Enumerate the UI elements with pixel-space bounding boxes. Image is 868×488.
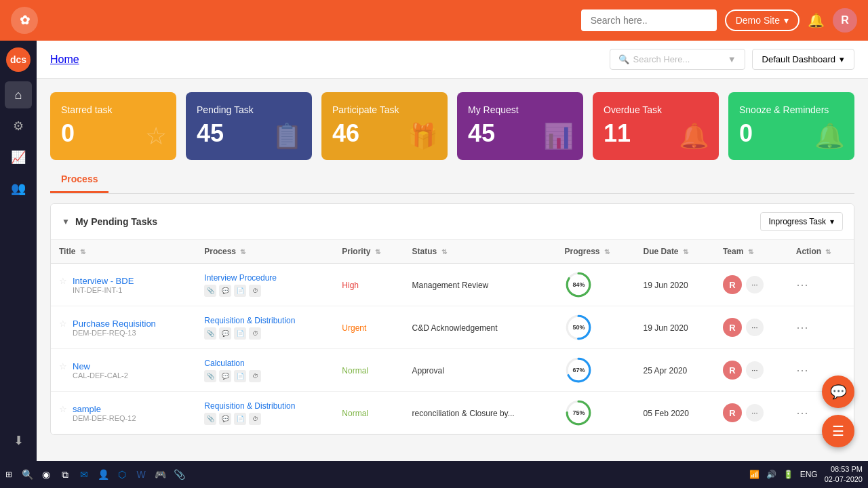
sidebar-item-settings[interactable]: ⚙ bbox=[5, 113, 32, 140]
col-action[interactable]: Action ⇅ bbox=[788, 240, 854, 264]
team-more-button[interactable]: ··· bbox=[746, 276, 764, 293]
sidebar-item-download[interactable]: ⬇ bbox=[5, 427, 32, 454]
taskbar-app3-icon[interactable]: 📎 bbox=[170, 465, 189, 484]
process-name[interactable]: Interview Procedure bbox=[204, 273, 326, 283]
team-avatar[interactable]: R bbox=[723, 403, 742, 422]
user-avatar[interactable]: R bbox=[833, 8, 857, 33]
process-name[interactable]: Requisition & Distribution bbox=[204, 316, 326, 325]
breadcrumb-home[interactable]: Home bbox=[50, 54, 79, 66]
due-date-label: 19 Jun 2020 bbox=[644, 323, 688, 333]
network-icon: 📶 bbox=[749, 470, 760, 479]
chevron-down-icon: ▾ bbox=[784, 15, 789, 26]
star-icon[interactable]: ☆ bbox=[59, 404, 67, 414]
comment-icon[interactable]: 💬 bbox=[219, 327, 231, 340]
taskbar-teams-icon[interactable]: 👤 bbox=[94, 465, 113, 484]
card-participate[interactable]: Participate Task 46 🎁 bbox=[321, 92, 448, 160]
comment-icon[interactable]: 💬 bbox=[219, 413, 231, 425]
sub-search-box[interactable]: 🔍 Search Here... ▼ bbox=[610, 49, 745, 70]
comment-icon[interactable]: 💬 bbox=[219, 370, 231, 382]
process-tabs: Process bbox=[50, 167, 854, 194]
pending-tasks-table-section: ▼ My Pending Tasks Inprogress Task ▾ Tit… bbox=[50, 203, 854, 435]
col-process[interactable]: Process ⇅ bbox=[196, 240, 334, 264]
default-dashboard-button[interactable]: Default Dashboard ▾ bbox=[752, 49, 854, 70]
process-section: Process ▼ My Pending Tasks Inprogress Ta… bbox=[37, 167, 868, 435]
team-more-button[interactable]: ··· bbox=[746, 319, 764, 336]
action-more-button[interactable]: ⋯ bbox=[796, 278, 808, 291]
due-date-label: 05 Feb 2020 bbox=[644, 409, 689, 418]
taskbar-task-view-icon[interactable]: ⧉ bbox=[56, 465, 75, 484]
chat-fab-button[interactable]: 💬 bbox=[822, 375, 854, 408]
col-progress[interactable]: Progress ⇅ bbox=[556, 240, 635, 264]
clock-icon[interactable]: ⏱ bbox=[249, 370, 261, 382]
task-title[interactable]: New bbox=[73, 361, 128, 371]
col-priority[interactable]: Priority ⇅ bbox=[334, 240, 403, 264]
task-title[interactable]: Interview - BDE bbox=[73, 276, 134, 286]
taskbar-cortana-icon[interactable]: ◉ bbox=[37, 465, 56, 484]
action-more-button[interactable]: ⋯ bbox=[796, 321, 808, 334]
cell-priority: Normal bbox=[334, 392, 403, 434]
taskbar-app2-icon[interactable]: 🎮 bbox=[151, 465, 170, 484]
sidebar-item-home[interactable]: ⌂ bbox=[5, 81, 32, 108]
process-name[interactable]: Calculation bbox=[204, 359, 326, 368]
col-title[interactable]: Title ⇅ bbox=[51, 240, 196, 264]
comment-icon[interactable]: 💬 bbox=[219, 285, 231, 297]
tab-process[interactable]: Process bbox=[50, 167, 108, 193]
cell-team: R ··· bbox=[715, 349, 788, 392]
taskbar-outlook-icon[interactable]: ✉ bbox=[75, 465, 94, 484]
attachment-icon[interactable]: 📎 bbox=[204, 413, 216, 425]
team-more-button[interactable]: ··· bbox=[746, 404, 764, 422]
card-snooze[interactable]: Snooze & Reminders 0 🔔 bbox=[728, 92, 854, 160]
attachment-icon[interactable]: 📎 bbox=[204, 327, 216, 340]
card-overdue[interactable]: Overdue Task 11 🔔 bbox=[593, 92, 719, 160]
star-icon[interactable]: ☆ bbox=[59, 276, 67, 286]
team-avatar[interactable]: R bbox=[723, 275, 742, 294]
cell-process: Requisition & Distribution 📎 💬 📄 ⏱ bbox=[196, 392, 334, 434]
team-avatar[interactable]: R bbox=[723, 318, 742, 337]
attachment-icon[interactable]: 📎 bbox=[204, 285, 216, 297]
taskbar-search-icon[interactable]: 🔍 bbox=[18, 465, 37, 484]
team-cell: R ··· bbox=[723, 318, 780, 337]
status-text: Approval bbox=[412, 366, 444, 375]
team-avatar[interactable]: R bbox=[723, 361, 742, 380]
star-icon[interactable]: ☆ bbox=[59, 319, 67, 329]
action-more-button[interactable]: ⋯ bbox=[796, 363, 808, 377]
clock-icon[interactable]: ⏱ bbox=[249, 285, 261, 297]
team-more-button[interactable]: ··· bbox=[746, 361, 764, 379]
task-title[interactable]: Purchase Requisition bbox=[73, 319, 156, 329]
action-more-button[interactable]: ⋯ bbox=[796, 406, 808, 420]
attachment-icon[interactable]: 📎 bbox=[204, 370, 216, 382]
doc-icon[interactable]: 📄 bbox=[234, 285, 246, 297]
doc-icon[interactable]: 📄 bbox=[234, 370, 246, 382]
card-starred[interactable]: Starred task 0 ☆ bbox=[50, 92, 176, 160]
taskbar-edge-icon[interactable]: ⬡ bbox=[113, 465, 132, 484]
sort-icon: ⇅ bbox=[683, 248, 688, 256]
col-due-date[interactable]: Due Date ⇅ bbox=[635, 240, 715, 264]
task-title[interactable]: sample bbox=[73, 404, 136, 414]
start-button[interactable]: ⊞ bbox=[5, 470, 12, 479]
taskbar-word-icon[interactable]: W bbox=[132, 465, 151, 484]
sidebar-item-analytics[interactable]: 📈 bbox=[5, 144, 32, 171]
col-team[interactable]: Team ⇅ bbox=[715, 240, 788, 264]
inprogress-filter-button[interactable]: Inprogress Task ▾ bbox=[760, 212, 844, 231]
demo-site-button[interactable]: Demo Site ▾ bbox=[725, 9, 800, 31]
card-myrequest[interactable]: My Request 45 📊 bbox=[457, 92, 583, 160]
progress-circle: 75% bbox=[564, 399, 593, 427]
star-icon[interactable]: ☆ bbox=[59, 361, 67, 371]
main-layout: dcs ⌂ ⚙ 📈 👥 ⬇ Home 🔍 Search Here... ▼ De… bbox=[0, 41, 868, 461]
filter-icon: ▼ bbox=[728, 54, 736, 64]
priority-label: High bbox=[342, 281, 359, 290]
sort-icon: ⇅ bbox=[240, 248, 245, 256]
clock-icon[interactable]: ⏱ bbox=[249, 327, 261, 340]
card-pending[interactable]: Pending Task 45 📋 bbox=[186, 92, 312, 160]
doc-icon[interactable]: 📄 bbox=[234, 413, 246, 425]
process-name[interactable]: Requisition & Distribution bbox=[204, 401, 326, 411]
sub-header-right: 🔍 Search Here... ▼ Default Dashboard ▾ bbox=[610, 49, 854, 70]
top-search-input[interactable] bbox=[581, 9, 717, 31]
notifications-bell-icon[interactable]: 🔔 bbox=[808, 12, 825, 28]
menu-fab-button[interactable]: ☰ bbox=[822, 415, 854, 447]
col-status[interactable]: Status ⇅ bbox=[404, 240, 557, 264]
sidebar-item-users[interactable]: 👥 bbox=[5, 175, 32, 202]
doc-icon[interactable]: 📄 bbox=[234, 327, 246, 340]
collapse-icon[interactable]: ▼ bbox=[62, 217, 70, 226]
clock-icon[interactable]: ⏱ bbox=[249, 413, 261, 425]
